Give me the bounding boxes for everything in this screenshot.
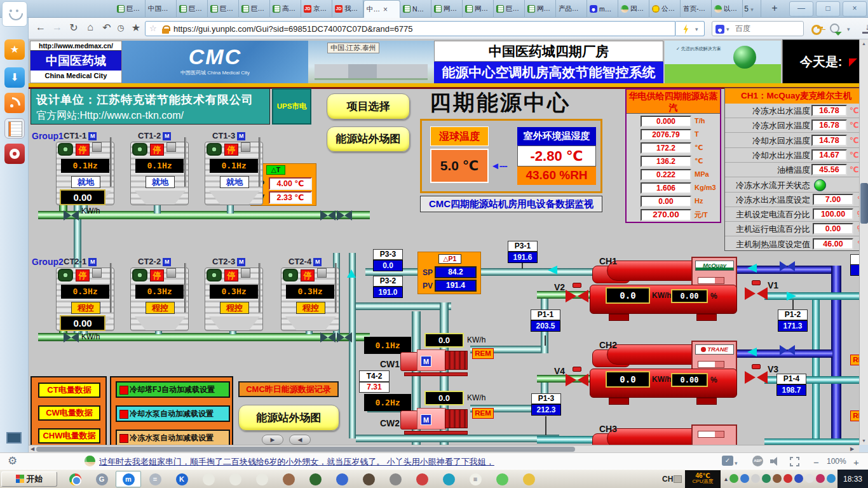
browser-tab[interactable]: 因… (618, 0, 649, 18)
tab-counter-dropdown[interactable]: 5 ▾ (737, 0, 761, 18)
taskbar-clock[interactable]: 18:33 (837, 470, 868, 488)
forward-button[interactable]: → (50, 22, 64, 33)
news-ticker-link[interactable]: 过年时去我老姐家串门，顺手掏了二百块钱给6岁的小外甥女，就当压岁钱了。 小丫头用… (99, 456, 494, 468)
zoom-in-button[interactable]: + (853, 457, 859, 468)
app-5-taskbar-button[interactable] (383, 471, 408, 487)
m-badge[interactable]: M (163, 258, 171, 266)
m-app-taskbar-button[interactable]: m (116, 471, 141, 487)
zoom-out-button[interactable]: − (813, 457, 819, 468)
outside-view-button-top[interactable]: 能源站外场图 (327, 126, 410, 152)
search-input[interactable] (735, 22, 799, 35)
m-badge[interactable]: M (237, 258, 245, 266)
download-icon[interactable]: ↓ (862, 22, 868, 34)
tray-icon-9[interactable] (816, 474, 825, 483)
tray-icon-10[interactable] (827, 474, 836, 483)
browser-tab[interactable]: m… (587, 0, 618, 18)
refresh-button[interactable]: ↻ (67, 22, 81, 34)
qq-app-taskbar-button[interactable] (436, 471, 461, 487)
browser-tab[interactable]: 网… (431, 0, 463, 18)
m-badge[interactable]: M (313, 258, 322, 266)
start-button[interactable]: 开始 (1, 471, 57, 487)
adblock-abp-icon[interactable]: ABP (752, 456, 763, 466)
home-button[interactable]: ⌂ (83, 22, 97, 33)
gear-icon[interactable]: ⚙ (8, 454, 17, 468)
password-key-icon[interactable] (811, 24, 823, 33)
browser-tab[interactable]: 首页-… (681, 0, 712, 18)
power-monitor-link[interactable]: CMC四期能源站机房用电设备数据监视 (420, 196, 602, 212)
zoom-level[interactable]: 100% (827, 457, 846, 466)
browser-tab[interactable]: 巨… (494, 0, 525, 18)
app-4-taskbar-button[interactable] (302, 471, 328, 487)
valve-v3-graphic[interactable] (745, 369, 768, 384)
browser-tab[interactable]: 巨… (239, 0, 270, 18)
browser-tab[interactable]: 巨… (208, 0, 239, 18)
avatar-2-taskbar-button[interactable] (356, 471, 381, 487)
project-select-button[interactable]: 项目选择 (327, 93, 410, 119)
m-badge[interactable]: M (163, 132, 171, 140)
m-badge[interactable]: M (237, 132, 245, 140)
chevron-down-icon[interactable]: ▾ (695, 26, 698, 32)
scroll-up-icon[interactable]: ▲ (860, 41, 868, 46)
power-data-button[interactable]: CW电量数据 (38, 405, 100, 421)
outside-view-button-bottom[interactable]: 能源站外场图 (238, 405, 339, 431)
folder-app-taskbar-button[interactable] (516, 471, 541, 487)
mode-badge[interactable]: 就地 (146, 176, 175, 188)
back-button[interactable]: ← (34, 22, 48, 33)
browser-tab[interactable]: 高… (270, 0, 301, 18)
rss-button[interactable] (4, 93, 25, 113)
horizontal-scrollbar[interactable]: ◀ ▶ (29, 445, 859, 452)
browser-tab[interactable]: 巨… (114, 0, 146, 18)
mode-badge[interactable]: 就地 (220, 176, 249, 188)
scrollbar-thumb[interactable] (36, 447, 575, 452)
tray-icon-3[interactable] (751, 474, 760, 483)
pager-prev-button[interactable]: ◀ (289, 435, 311, 445)
url-input[interactable] (173, 22, 669, 35)
bookmark-star-button[interactable]: ★ (129, 22, 143, 34)
tray-icon-4[interactable] (762, 474, 771, 483)
browser-logo[interactable] (2, 1, 27, 27)
valve-v4-graphic[interactable] (566, 371, 588, 386)
power-data-button[interactable]: CHW电量数据 (38, 428, 100, 444)
chevron-down-icon[interactable]: ▾ (735, 458, 738, 468)
fullscreen-icon[interactable] (790, 457, 799, 466)
pager-next-button[interactable]: ▶ (262, 435, 283, 445)
scroll-left-icon[interactable]: ◀ (31, 446, 34, 452)
tray-icon-1[interactable] (729, 474, 738, 483)
auto-load-setting-button[interactable]: 冷却水泵自动加减载设置 (116, 405, 230, 422)
chrome-taskbar-button[interactable] (62, 471, 88, 487)
browser-tab[interactable]: N… (400, 0, 431, 18)
ime-keyboard-icon[interactable] (674, 475, 682, 483)
language-indicator[interactable]: CH (662, 475, 673, 484)
history-clock-icon[interactable]: ◷ (114, 23, 128, 32)
globe-app-taskbar-button[interactable] (329, 471, 355, 487)
address-bar[interactable]: ☆ (145, 21, 675, 36)
favorite-star-icon[interactable]: ☆ (149, 24, 157, 33)
vertical-scrollbar[interactable]: ▲ ▼ (859, 39, 868, 445)
download-manager-button[interactable]: ⬇ (4, 67, 25, 88)
sidebar-app-icon[interactable] (6, 432, 22, 444)
mode-badge[interactable]: 程控 (146, 302, 175, 314)
search-box[interactable]: ▾ (712, 21, 804, 36)
chevron-down-icon[interactable]: ▾ (726, 26, 729, 32)
scrollbar-thumb[interactable] (860, 183, 868, 224)
tray-icon-2[interactable] (740, 474, 749, 483)
app-3-taskbar-button[interactable] (249, 471, 275, 487)
browser-tab-active[interactable]: 中…× (363, 0, 400, 18)
mode-badge[interactable]: 程控 (220, 302, 249, 314)
energy-record-button[interactable]: CMC昨日能源数据记录 (238, 381, 339, 397)
chevron-down-icon[interactable]: ▾ (847, 26, 850, 32)
browser-tab[interactable]: 中国… (146, 0, 177, 18)
page-vitals-icon[interactable]: ✓▾ (722, 456, 733, 466)
medmax-logo-block[interactable]: http://www.medmax.cn/ 中国医药城 China Medica… (30, 41, 122, 83)
close-button[interactable]: × (843, 1, 867, 17)
mode-badge[interactable]: 就地 (71, 176, 100, 188)
mode-badge[interactable]: 程控 (296, 302, 325, 314)
quick-action-button[interactable]: ▾ (675, 21, 705, 36)
app-6-taskbar-button[interactable] (409, 471, 435, 487)
browser-tab[interactable]: 网… (463, 0, 494, 18)
search-go-icon[interactable] (829, 23, 841, 34)
browser-tab[interactable]: 网… (525, 0, 556, 18)
m-badge[interactable]: M (88, 258, 97, 266)
undo-button[interactable]: ↶ (100, 22, 114, 34)
wechat-app-taskbar-button[interactable] (489, 471, 515, 487)
